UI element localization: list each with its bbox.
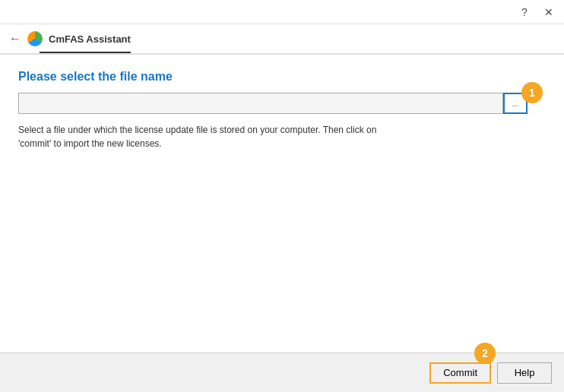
content-spacer: [18, 160, 546, 337]
help-footer-button[interactable]: Help: [497, 362, 552, 384]
file-input-row: ... 1: [18, 93, 528, 114]
step-badge-1: 1: [521, 82, 543, 103]
back-button[interactable]: ←: [9, 32, 21, 46]
page-heading: Please select the file name: [18, 70, 546, 84]
nav-underline: [40, 52, 131, 53]
app-title-label: CmFAS Assistant: [49, 33, 131, 45]
nav-bar: ← CmFAS Assistant: [0, 24, 564, 55]
file-path-input[interactable]: [18, 93, 503, 114]
close-button[interactable]: ✕: [540, 3, 558, 21]
title-bar: ? ✕: [0, 0, 564, 24]
description-text: Select a file under which the license up…: [18, 123, 546, 150]
footer-bar: 2 Commit Help: [0, 352, 564, 392]
main-content: Please select the file name ... 1 Select…: [0, 55, 564, 352]
description-line-1: Select a file under which the license up…: [18, 125, 376, 135]
step-badge-2: 2: [474, 343, 496, 364]
help-button[interactable]: ?: [515, 3, 534, 21]
title-bar-controls: ? ✕: [515, 3, 558, 21]
commit-button[interactable]: Commit: [429, 362, 491, 384]
description-line-2: 'commit' to import the new licenses.: [18, 138, 162, 149]
app-icon: [27, 31, 43, 46]
